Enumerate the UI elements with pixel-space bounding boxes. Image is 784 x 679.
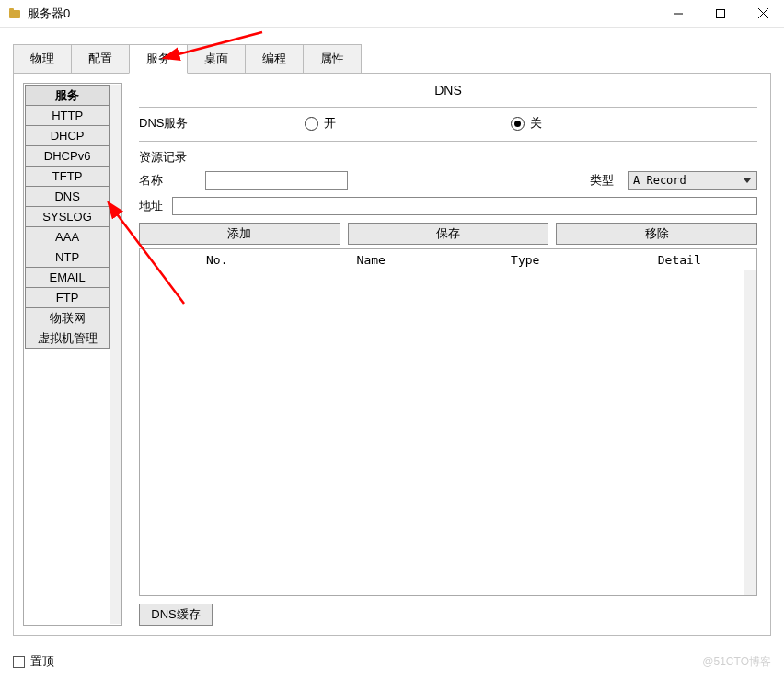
svg-rect-1	[9, 8, 14, 11]
address-input[interactable]	[172, 197, 757, 215]
sidebar-item-http[interactable]: HTTP	[25, 105, 110, 126]
radio-on[interactable]: 开	[305, 115, 336, 132]
th-detail: Detail	[603, 249, 757, 270]
svg-rect-0	[9, 10, 20, 18]
sidebar-scrollbar[interactable]	[110, 85, 121, 624]
panel-title: DNS	[139, 83, 757, 98]
sidebar-item-vm[interactable]: 虚拟机管理	[25, 328, 110, 349]
th-no: No.	[140, 249, 294, 270]
sidebar-item-ntp[interactable]: NTP	[25, 247, 110, 268]
radio-on-circle	[305, 117, 318, 131]
minimize-button[interactable]	[657, 1, 699, 27]
save-button[interactable]: 保存	[348, 223, 549, 245]
tab-physical[interactable]: 物理	[13, 44, 72, 74]
dns-cache-button[interactable]: DNS缓存	[139, 604, 213, 626]
add-button[interactable]: 添加	[139, 223, 340, 245]
always-on-top-label: 置顶	[30, 653, 54, 670]
always-on-top-checkbox[interactable]	[13, 656, 25, 668]
type-select[interactable]: A Record	[628, 171, 757, 190]
title-bar: 服务器0	[0, 0, 784, 28]
sidebar-header: 服务	[25, 85, 110, 106]
tab-attributes[interactable]: 属性	[303, 44, 362, 74]
sidebar-item-syslog[interactable]: SYSLOG	[25, 206, 110, 227]
name-input[interactable]	[205, 171, 348, 190]
type-label: 类型	[590, 172, 614, 189]
radio-off-label: 关	[530, 115, 542, 132]
sidebar-item-dhcpv6[interactable]: DHCPv6	[25, 145, 110, 167]
resource-label: 资源记录	[139, 149, 757, 166]
dns-panel: DNS DNS服务 开 关 资源记录 名称	[139, 83, 761, 626]
radio-off[interactable]: 关	[511, 115, 542, 132]
maximize-button[interactable]	[699, 1, 742, 27]
name-label: 名称	[139, 172, 194, 189]
footer: 置顶	[13, 653, 54, 670]
watermark: @51CTO博客	[702, 654, 771, 670]
tab-programming[interactable]: 编程	[245, 44, 304, 74]
remove-button[interactable]: 移除	[556, 223, 757, 245]
tab-bar: 物理 配置 服务 桌面 编程 属性	[0, 28, 784, 74]
tab-config[interactable]: 配置	[71, 44, 130, 74]
records-table: No. Name Type Detail	[139, 248, 757, 596]
sidebar-item-tftp[interactable]: TFTP	[25, 166, 110, 187]
table-body	[140, 270, 756, 595]
svg-rect-3	[717, 9, 725, 17]
window-title: 服务器0	[28, 6, 657, 22]
close-button[interactable]	[742, 1, 784, 27]
app-icon	[7, 6, 22, 21]
th-type: Type	[448, 249, 603, 270]
sidebar-item-ftp[interactable]: FTP	[25, 287, 110, 308]
sidebar-item-aaa[interactable]: AAA	[25, 226, 110, 247]
service-label: DNS服务	[139, 115, 305, 132]
address-label: 地址	[139, 198, 163, 214]
type-value: A Record	[633, 174, 686, 187]
sidebar-item-iot[interactable]: 物联网	[25, 307, 110, 328]
radio-on-label: 开	[324, 115, 336, 132]
services-sidebar: 服务 HTTP DHCP DHCPv6 TFTP DNS SYSLOG AAA …	[23, 83, 122, 626]
sidebar-item-dhcp[interactable]: DHCP	[25, 125, 110, 146]
content-frame: 服务 HTTP DHCP DHCPv6 TFTP DNS SYSLOG AAA …	[13, 73, 771, 636]
chevron-down-icon	[744, 178, 751, 183]
tab-services[interactable]: 服务	[129, 44, 188, 74]
sidebar-item-dns[interactable]: DNS	[25, 186, 110, 207]
sidebar-item-email[interactable]: EMAIL	[25, 267, 110, 288]
tab-desktop[interactable]: 桌面	[187, 44, 246, 74]
th-name: Name	[294, 249, 449, 270]
radio-off-circle	[511, 117, 525, 131]
